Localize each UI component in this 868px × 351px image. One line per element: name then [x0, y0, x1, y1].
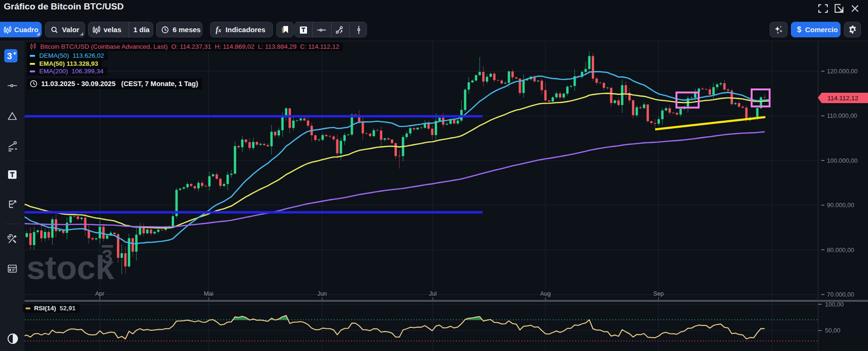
svg-text:70.000,00: 70.000,00 [827, 291, 854, 298]
svg-text:114.112,12: 114.112,12 [827, 95, 859, 102]
svg-text:Jul: Jul [429, 290, 437, 297]
svg-text:80.000,00: 80.000,00 [827, 246, 854, 254]
svg-text:110.000,00: 110.000,00 [827, 112, 857, 119]
svg-text:Jun: Jun [317, 290, 327, 297]
svg-text:Aug: Aug [540, 290, 551, 297]
svg-text:100,00: 100,00 [825, 301, 844, 308]
svg-text:Sep: Sep [653, 290, 664, 297]
svg-text:50,00: 50,00 [825, 327, 841, 334]
svg-text:Mai: Mai [204, 290, 213, 297]
svg-text:100.000,00: 100.000,00 [827, 157, 858, 164]
svg-text:90.000,00: 90.000,00 [827, 202, 854, 209]
svg-text:120.000,00: 120.000,00 [827, 68, 858, 75]
svg-text:Apr: Apr [95, 290, 104, 297]
svg-text:3: 3 [102, 246, 113, 268]
